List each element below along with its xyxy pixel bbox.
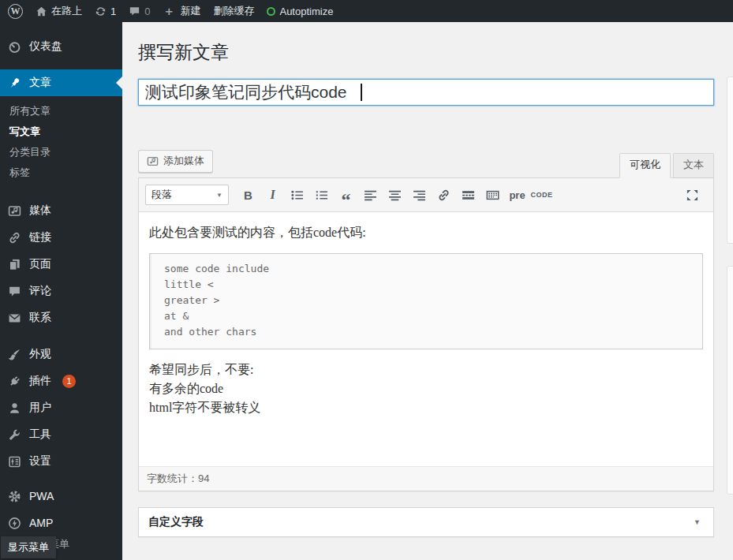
home-icon	[36, 6, 47, 17]
sidebar-label: PWA	[29, 490, 54, 502]
sidebar-label: 链接	[29, 230, 51, 245]
menu-tooltip: 显示菜单	[1, 536, 56, 558]
insert-link-button[interactable]	[432, 185, 455, 205]
autoptimize-menu[interactable]: Autoptimize	[267, 6, 333, 17]
blockquote-button[interactable]: “	[335, 185, 357, 205]
code-button[interactable]: CODE	[530, 185, 553, 205]
comment-bubble-icon	[7, 285, 21, 298]
comment-bubble-icon	[129, 6, 140, 17]
updates-menu[interactable]: 1	[95, 6, 116, 17]
sidebar-item-dashboard[interactable]: 仪表盘	[0, 33, 122, 60]
autoptimize-status-icon	[267, 7, 275, 16]
align-right-button[interactable]	[408, 185, 431, 205]
post-title-input[interactable]	[138, 79, 714, 106]
custom-fields-panel[interactable]: 自定义字段 ▼	[138, 507, 714, 537]
paragraph-format-select[interactable]: 段落 ▼	[145, 185, 229, 205]
editor-paragraph: 有多余的code	[149, 379, 703, 398]
pushpin-icon	[7, 77, 21, 90]
sidebar-item-tags[interactable]: 标签	[0, 162, 122, 183]
format-select-value: 段落	[151, 188, 172, 202]
comments-menu[interactable]: 0	[129, 6, 150, 17]
code-line: little <	[164, 277, 688, 293]
wrench-icon	[7, 428, 21, 442]
sidebar-item-categories[interactable]: 分类目录	[0, 142, 122, 162]
editor-content-area[interactable]: 此处包含要测试的内容，包括code代码: some code includeli…	[139, 212, 713, 466]
bullet-list-button[interactable]	[286, 185, 309, 205]
tab-visual[interactable]: 可视化	[619, 153, 671, 178]
comments-count: 0	[144, 6, 150, 17]
page-title: 撰写新文章	[138, 38, 714, 68]
sidebar-item-posts[interactable]: 文章	[0, 69, 122, 96]
updates-count: 1	[110, 6, 116, 17]
wp-logo-menu[interactable]: W	[8, 4, 23, 19]
sidebar-label: AMP	[29, 517, 53, 529]
sidebar-label: 用户	[29, 401, 51, 415]
keyboard-shortcuts-button[interactable]	[481, 185, 504, 205]
code-block: some code includelittle <greater >at &an…	[149, 253, 703, 349]
sidebar-item-pwa[interactable]: PWA	[0, 483, 122, 510]
code-line: greater >	[164, 293, 688, 308]
sidebar-item-media[interactable]: 媒体	[0, 197, 122, 224]
editor-header-row: 添加媒体 可视化 文本	[138, 150, 714, 173]
align-left-button[interactable]	[359, 185, 382, 205]
new-content-menu[interactable]: ＋ 新建	[163, 4, 200, 19]
main-content: 撰写新文章 添加媒体 可视化 文本 段落 ▼ B I “	[122, 22, 733, 560]
sidebar-item-settings[interactable]: 设置	[0, 448, 122, 475]
site-link[interactable]: 在路上	[36, 4, 82, 18]
align-center-button[interactable]	[383, 185, 406, 205]
sidebar-item-comments[interactable]: 评论	[0, 278, 122, 304]
bullet-list-icon	[290, 189, 304, 202]
user-icon	[7, 401, 21, 415]
admin-bar: W 在路上 1 0 ＋ 新建 删除缓存 Autoptimize	[0, 0, 733, 22]
bold-button[interactable]: B	[237, 185, 260, 205]
text-caret	[361, 84, 362, 101]
posts-submenu: 所有文章 写文章 分类目录 标签	[0, 96, 122, 189]
sidebar-item-amp[interactable]: AMP	[0, 510, 122, 536]
word-count-value: 94	[198, 472, 209, 484]
media-icon	[7, 204, 21, 218]
sidebar-label: 外观	[29, 347, 51, 361]
sidebar-item-plugins[interactable]: 插件 1	[0, 368, 122, 394]
editor-paragraph: 希望同步后，不要:	[149, 360, 703, 379]
sidebar-item-pages[interactable]: 页面	[0, 251, 122, 278]
link-icon	[437, 189, 451, 202]
sidebar-item-all-posts[interactable]: 所有文章	[0, 101, 122, 121]
sidebar-item-contact[interactable]: 联系	[0, 304, 122, 331]
italic-button[interactable]: I	[261, 185, 284, 205]
add-media-button[interactable]: 添加媒体	[138, 150, 213, 173]
code-line: and other chars	[164, 324, 688, 340]
tab-text[interactable]: 文本	[673, 153, 714, 178]
sidebar-item-write-post[interactable]: 写文章	[0, 121, 122, 142]
sidebar-label: 插件	[29, 374, 51, 388]
post-title-wrap	[138, 79, 714, 106]
paintbrush-icon	[7, 348, 21, 361]
envelope-icon	[7, 312, 21, 325]
admin-sidebar: 仪表盘 文章 所有文章 写文章 分类目录 标签 媒体 链接 页面	[0, 22, 122, 560]
numbered-list-button[interactable]	[310, 185, 333, 205]
site-name: 在路上	[51, 4, 82, 18]
sidebar-item-links[interactable]: 链接	[0, 224, 122, 251]
keyboard-icon	[486, 189, 499, 202]
code-line: some code include	[164, 261, 688, 277]
fullscreen-button[interactable]	[681, 185, 704, 205]
plus-icon: ＋	[163, 4, 174, 19]
clear-cache-button[interactable]: 删除缓存	[213, 4, 254, 18]
numbered-list-icon	[315, 189, 328, 202]
pre-button[interactable]: pre	[506, 185, 529, 205]
plugins-update-badge: 1	[62, 375, 76, 388]
sidebar-label: 页面	[29, 257, 51, 271]
sidebar-item-tools[interactable]: 工具	[0, 421, 122, 448]
read-more-icon	[462, 189, 475, 202]
cutoff-metabox	[727, 77, 733, 244]
panel-toggle-icon[interactable]: ▼	[690, 518, 704, 526]
code-line: at &	[164, 308, 688, 324]
sidebar-item-users[interactable]: 用户	[0, 394, 122, 421]
sidebar-label: 评论	[29, 284, 51, 298]
pages-icon	[7, 258, 21, 271]
sidebar-label: 工具	[29, 427, 51, 442]
read-more-button[interactable]	[457, 185, 480, 205]
sidebar-item-appearance[interactable]: 外观	[0, 341, 122, 368]
autoptimize-label: Autoptimize	[279, 6, 333, 17]
update-icon	[95, 6, 107, 17]
align-left-icon	[364, 189, 377, 202]
